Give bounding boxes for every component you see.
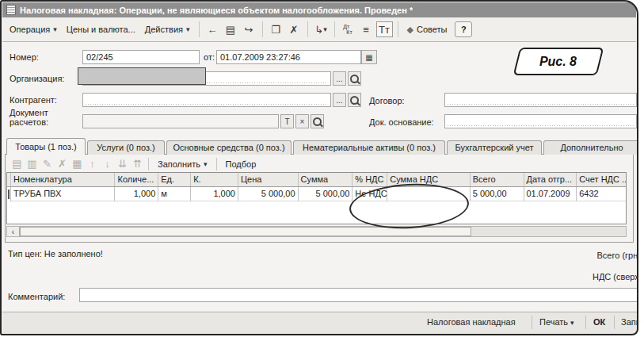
operation-menu-button[interactable]: Операция ▾ (5, 22, 62, 36)
column-header[interactable]: Всего (471, 173, 524, 186)
goto-menu-button[interactable]: ↳ ▾ (313, 21, 330, 37)
column-header[interactable]: К. (191, 173, 238, 186)
cell-nomenclature[interactable]: ТРУБА ПВХ (11, 187, 115, 201)
doc-basis-input[interactable] (444, 114, 637, 128)
cell-ship-date[interactable]: 01.07.2009 (524, 187, 577, 201)
chevron-down-icon: ▾ (186, 25, 190, 33)
cell-quantity[interactable]: 1,000 (115, 187, 158, 201)
contract-label: Договор: (369, 96, 405, 105)
move-down-button[interactable]: ↓ (100, 157, 115, 171)
toolbar-separator (334, 21, 335, 37)
fill-menu-button[interactable]: Заполнить ▾ (152, 159, 213, 170)
page-number-icon: ▤ (226, 24, 235, 36)
window-title: Налоговая накладная: Операции, не являющ… (20, 6, 413, 15)
move-row-button[interactable]: ▦ (70, 157, 85, 171)
column-header[interactable]: Дата отгр... (524, 173, 577, 186)
tips-button[interactable]: ◆ Советы (402, 22, 452, 37)
actions-menu-button[interactable]: Действия ▾ (140, 22, 195, 36)
cell-coefficient[interactable]: 1,000 (191, 187, 238, 201)
tips-icon: ◆ (407, 25, 413, 35)
horizontal-scrollbar[interactable]: ‹ (6, 226, 627, 237)
tab-accounting[interactable]: Бухгалтерский учет (447, 140, 542, 155)
post-arrow-icon: ↪ (245, 24, 253, 36)
contract-input[interactable] (444, 93, 637, 107)
print-menu-button[interactable]: Печать ▾ (539, 317, 574, 327)
column-header[interactable]: Номенклатура (11, 173, 115, 186)
organization-label: Организация: (10, 74, 64, 83)
cell-sum[interactable]: 5 000,00 (299, 187, 353, 201)
counterparty-open-button[interactable] (348, 93, 361, 107)
cell-unit[interactable]: м (158, 187, 191, 201)
number-input[interactable]: 02/245 (82, 50, 200, 64)
ok-button[interactable]: ОК (593, 317, 605, 327)
pick-button[interactable]: Подбор (220, 159, 262, 170)
tab-fixed-assets[interactable]: Основные средства (0 поз.) (166, 140, 292, 155)
scrollbar-thumb[interactable] (20, 227, 471, 236)
table-row[interactable]: ТРУБА ПВХ 1,000 м 1,000 5 000,00 5 000,0… (7, 187, 626, 201)
chevron-down-icon: ▾ (53, 25, 57, 33)
title-bar: Налоговая накладная: Операции, не являющ… (2, 2, 636, 17)
column-header[interactable]: % НДС (352, 173, 387, 186)
chevron-down-icon: ▾ (570, 319, 574, 327)
column-header[interactable]: Сумма НДС (387, 173, 471, 186)
help-button[interactable]: ? (455, 21, 472, 37)
column-header[interactable]: Сумма (299, 173, 353, 186)
scroll-left-button[interactable]: ‹ (7, 227, 20, 236)
sort-ascending-button[interactable]: ⇊ (115, 157, 130, 171)
document-window: Налоговая накладная: Операции, не являющ… (2, 2, 637, 334)
price-type-status: Тип цен: Не заполнено! (8, 249, 103, 258)
comment-input[interactable] (79, 288, 637, 302)
tab-goods[interactable]: Товары (1 поз.) (6, 138, 86, 155)
cell-vat-account[interactable]: 6432 (577, 187, 626, 201)
screenshot: Налоговая накладная: Операции, не являющ… (0, 0, 644, 337)
add-row-button[interactable]: ▤ (10, 157, 25, 171)
edit-row-button[interactable]: ✎ (40, 157, 55, 171)
settlement-doc-label: Документ расчетов: (10, 108, 76, 127)
column-header[interactable]: Цена (238, 173, 299, 186)
grid-toolbar: ▤ ▥ ✎ ✗ ▦ ↑ ↓ ⇊ ⇈ Заполнить ▾ Подбор (10, 156, 261, 171)
document-structure-button[interactable]: ≡ (358, 21, 375, 37)
post-document-button[interactable]: ↪ (241, 21, 257, 37)
column-header[interactable]: Ед. (158, 173, 191, 186)
toolbar-separator (199, 21, 200, 37)
move-up-button[interactable]: ↑ (85, 157, 100, 171)
tab-intangible-assets[interactable]: Нематериальные активы (0 поз.) (293, 140, 445, 155)
text-template-button[interactable]: Тт (376, 21, 393, 37)
tab-services[interactable]: Услуги (0 поз.) (87, 140, 165, 155)
prices-currency-button[interactable]: Цены и валюта... (62, 22, 140, 36)
copy-document-button[interactable]: ❐ (268, 21, 284, 37)
settlement-doc-clear-button[interactable]: × (295, 114, 309, 128)
settlement-doc-text-button[interactable]: Т (280, 114, 294, 128)
tax-invoice-button[interactable]: Налоговая накладная (427, 317, 516, 327)
delete-row-button[interactable]: ✗ (55, 157, 70, 171)
settlement-doc-open-button[interactable] (311, 114, 324, 128)
column-header[interactable]: Счет НДС ... (577, 173, 626, 186)
column-header[interactable]: Количе... (115, 173, 158, 186)
number-label: Номер: (10, 52, 39, 62)
cell-vat-rate[interactable]: Не НДС (352, 187, 387, 201)
sort-descending-button[interactable]: ⇈ (130, 157, 145, 171)
cell-vat-sum[interactable] (387, 187, 471, 201)
tt-icon: Тт (379, 24, 390, 36)
organization-open-button[interactable] (348, 71, 361, 86)
copy-row-button[interactable]: ▥ (25, 157, 40, 171)
organization-select-button[interactable]: ... (333, 71, 346, 86)
set-number-button[interactable]: ▤ (223, 21, 239, 37)
cell-price[interactable]: 5 000,00 (238, 187, 299, 201)
counterparty-input[interactable] (82, 93, 331, 107)
search-icon (350, 75, 359, 83)
footer-bar: Налоговая накладная Печать ▾ ОК Записать (2, 312, 637, 334)
document-icon (6, 5, 16, 15)
calendar-button[interactable]: ▦ (361, 50, 377, 64)
date-input[interactable]: 01.07.2009 23:27:46 (216, 50, 361, 64)
unpost-document-button[interactable]: ✗ (286, 21, 303, 37)
save-button[interactable]: Записать (621, 317, 637, 327)
goto-icon: ↳ (314, 24, 323, 36)
settlement-doc-input[interactable] (82, 114, 279, 128)
tab-additional[interactable]: Дополнительно (543, 140, 637, 155)
counterparty-select-button[interactable]: ... (333, 93, 346, 107)
reread-button[interactable]: ← (204, 21, 221, 37)
cell-total[interactable]: 5 000,00 (471, 187, 524, 201)
search-icon (350, 96, 359, 105)
show-postings-button[interactable]: ДтКт (340, 21, 356, 37)
